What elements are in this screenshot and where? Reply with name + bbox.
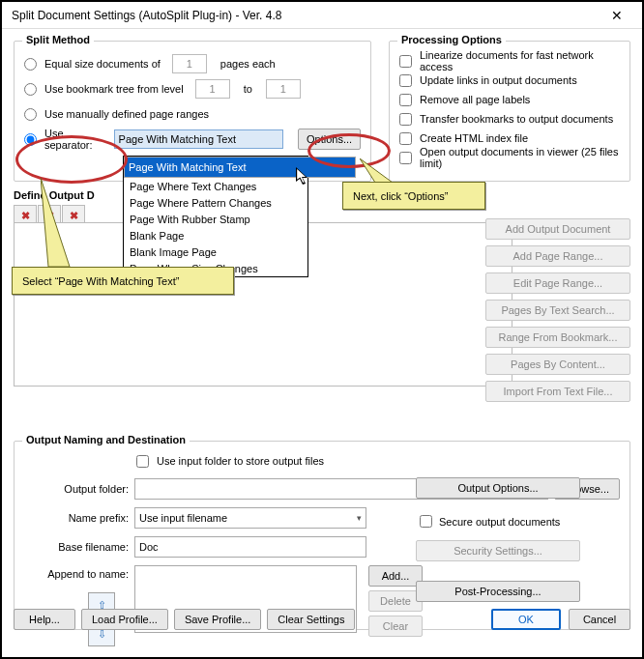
label-use-input-folder: Use input folder to store output files [157,455,324,467]
label-name-prefix: Name prefix: [24,512,129,524]
input-bm-to[interactable] [266,79,301,99]
dropdown-item-text-changes[interactable]: Page Where Text Changes [124,178,307,194]
dropdown-item-pattern-changes[interactable]: Page Where Pattern Changes [124,194,307,211]
btn-append-add[interactable]: Add... [368,565,423,587]
btn-save-profile[interactable]: Save Profile... [174,609,261,630]
side-button-column: Add Output Document Add Page Range... Ed… [485,218,630,402]
chk-html-index[interactable] [399,132,412,145]
btn-range-from-bookmark: Range From Bookmark... [485,327,630,348]
btn-import-text-file: Import From Text File... [485,381,630,402]
dropdown-item-blank-image[interactable]: Blank Image Page [124,244,307,260]
radio-row-bookmark: Use bookmark tree from level to [24,76,361,101]
label-transfer-bookmarks: Transfer bookmarks to output documents [420,113,613,125]
label-base-filename: Base filename: [24,541,129,553]
btn-add-output-doc: Add Output Document [485,218,630,240]
btn-post-processing[interactable]: Post-Processing... [416,581,580,602]
btn-load-profile[interactable]: Load Profile... [81,609,168,630]
btn-add-page-range: Add Page Range... [485,245,630,267]
separator-combo-value: Page With Matching Text [119,133,236,145]
window-title: Split Document Settings (AutoSplit Plug-… [12,9,598,22]
chk-open-viewer[interactable] [399,152,412,164]
close-icon: ✕ [611,9,623,22]
chk-linearize[interactable] [399,55,412,68]
input-base-filename[interactable] [134,536,366,558]
close-button[interactable]: ✕ [598,5,636,26]
titlebar: Split Document Settings (AutoSplit Plug-… [2,2,642,29]
label-equal-size: Equal size documents of [44,58,161,70]
output-right-column: Output Options... Secure output document… [416,477,580,602]
btn-pages-by-content: Pages By Content... [485,354,630,375]
chk-transfer-bookmarks[interactable] [399,113,412,126]
dialog-footer: Help... Load Profile... Save Profile... … [14,609,630,630]
group-title-split-method: Split Method [22,34,94,45]
label-append: Append to name: [24,565,129,580]
btn-ok[interactable]: OK [491,609,561,630]
chk-remove-labels[interactable] [399,94,412,106]
select-name-prefix-value: Use input filename [139,512,227,524]
chk-use-input-folder[interactable] [136,455,149,468]
label-update-links: Update links in output documents [420,74,577,86]
input-bm-from[interactable] [195,79,230,99]
btn-pages-text-search: Pages By Text Search... [485,300,630,321]
label-linearize: Linearize documents for fast network acc… [420,49,620,72]
label-remove-labels: Remove all page labels [420,94,530,105]
btn-clear-settings[interactable]: Clear Settings [267,609,355,630]
btn-security-settings: Security Settings... [416,540,580,561]
label-define-output: Define Output D [14,189,630,201]
btn-help[interactable]: Help... [14,609,75,630]
label-to: to [244,83,252,95]
label-secure-output: Secure output documents [439,516,560,528]
label-html-index: Create HTML index file [420,132,528,144]
btn-output-options[interactable]: Output Options... [416,477,580,499]
group-processing-options: Processing Options Linearize documents f… [389,41,630,182]
dropdown-item-rubber-stamp[interactable]: Page With Rubber Stamp [124,211,307,227]
x-icon: ✖ [21,210,30,222]
label-manual-ranges: Use manually defined page ranges [44,108,209,120]
callout-select: Select “Page With Matching Text” [12,267,234,295]
separator-combo[interactable]: Page With Matching Text [114,129,283,149]
annotation-ring-separator [15,135,128,184]
dialog-window: Split Document Settings (AutoSplit Plug-… [0,0,644,659]
input-equal-pages[interactable] [172,54,207,73]
radio-row-manual: Use manually defined page ranges [24,101,361,127]
callout-tail-select [41,178,79,272]
svg-marker-2 [41,178,70,267]
btn-edit-page-range: Edit Page Range... [485,272,630,294]
label-bookmark-tree: Use bookmark tree from level [44,83,184,95]
radio-equal-size[interactable] [24,58,37,71]
select-name-prefix[interactable]: Use input filename ▾ [134,507,366,529]
label-pages-each: pages each [220,58,276,70]
group-title-processing: Processing Options [397,34,506,45]
callout-options: Next, click “Options” [342,182,485,210]
chevron-down-icon: ▾ [357,513,362,523]
group-title-output: Output Naming and Destination [22,434,190,445]
radio-manual-ranges[interactable] [24,108,37,121]
label-output-folder: Output folder: [24,483,129,495]
separator-dropdown[interactable]: Page With Matching Text Page Where Text … [123,156,308,277]
label-open-viewer: Open output documents in viewer (25 file… [420,146,620,169]
chk-update-links[interactable] [399,74,412,87]
dropdown-item-blank-page[interactable]: Blank Page [124,227,307,244]
btn-cancel[interactable]: Cancel [569,609,630,630]
mouse-cursor-icon [296,167,311,190]
radio-bookmark-tree[interactable] [24,83,37,96]
radio-row-equal-size: Equal size documents of pages each [24,51,361,76]
chk-secure-output[interactable] [420,515,432,528]
dialog-content: Split Method Equal size documents of pag… [2,29,642,640]
